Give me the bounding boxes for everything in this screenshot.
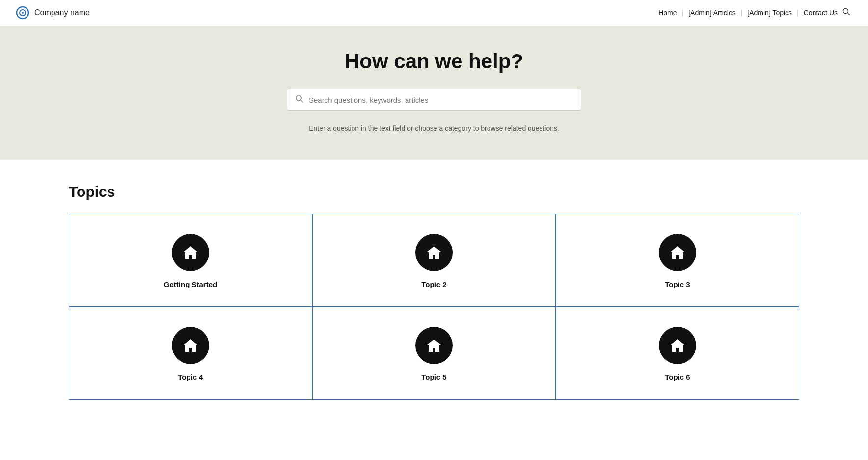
- nav-links: Home | [Admin] Articles | [Admin] Topics…: [658, 8, 852, 18]
- topics-grid: Getting Started Topic 2 Topic 3: [69, 214, 799, 400]
- nav-link-contact-us[interactable]: Contact Us: [804, 9, 838, 17]
- search-bar[interactable]: [287, 89, 581, 111]
- company-name-label: Company name: [34, 8, 90, 17]
- search-icon[interactable]: [842, 8, 850, 18]
- topic-label-topic-6: Topic 6: [665, 373, 690, 381]
- topic-icon-getting-started: [172, 234, 209, 271]
- topic-icon-topic-3: [659, 234, 696, 271]
- topic-card-topic-2[interactable]: Topic 2: [312, 214, 556, 307]
- topic-card-topic-5[interactable]: Topic 5: [312, 307, 556, 400]
- topic-icon-topic-6: [659, 327, 696, 364]
- svg-line-4: [848, 13, 850, 15]
- home-icon: [181, 243, 200, 262]
- home-icon: [668, 243, 687, 262]
- company-logo: Company name: [16, 6, 90, 20]
- home-icon: [425, 243, 443, 262]
- navbar: Company name Home | [Admin] Articles | […: [0, 0, 868, 26]
- topic-icon-topic-2: [415, 234, 453, 271]
- topic-card-getting-started[interactable]: Getting Started: [69, 214, 312, 307]
- home-icon: [181, 336, 200, 355]
- hero-heading: How can we help?: [10, 50, 858, 73]
- topics-title: Topics: [69, 183, 799, 200]
- search-bar-icon: [295, 94, 304, 105]
- topic-label-getting-started: Getting Started: [164, 280, 217, 288]
- logo-icon: [16, 6, 29, 20]
- topic-card-topic-6[interactable]: Topic 6: [556, 307, 799, 400]
- hero-section: How can we help? Enter a question in the…: [0, 26, 868, 160]
- topic-card-topic-4[interactable]: Topic 4: [69, 307, 312, 400]
- topic-label-topic-5: Topic 5: [421, 373, 446, 381]
- svg-point-2: [22, 12, 24, 14]
- topic-label-topic-2: Topic 2: [421, 280, 446, 288]
- svg-line-6: [301, 100, 303, 103]
- hero-hint: Enter a question in the text field or ch…: [10, 124, 858, 132]
- topics-section: Topics Getting Started Topic 2: [0, 160, 868, 429]
- search-input[interactable]: [309, 96, 573, 104]
- nav-link-admin-articles[interactable]: [Admin] Articles: [688, 9, 735, 17]
- home-icon: [425, 336, 443, 355]
- home-icon: [668, 336, 687, 355]
- topic-label-topic-3: Topic 3: [665, 280, 690, 288]
- nav-link-home[interactable]: Home: [658, 9, 677, 17]
- topic-icon-topic-5: [415, 327, 453, 364]
- topic-card-topic-3[interactable]: Topic 3: [556, 214, 799, 307]
- topic-icon-topic-4: [172, 327, 209, 364]
- nav-link-admin-topics[interactable]: [Admin] Topics: [747, 9, 792, 17]
- topic-label-topic-4: Topic 4: [178, 373, 203, 381]
